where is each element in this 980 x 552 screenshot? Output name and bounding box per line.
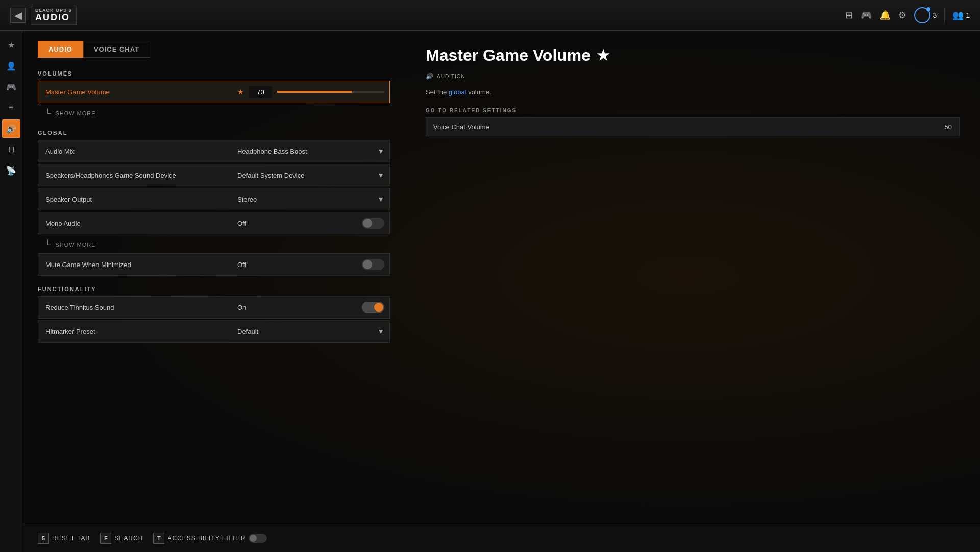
hitmarker-preset-label: Hitmarker Preset bbox=[38, 323, 232, 341]
accessibility-filter-button[interactable]: T ACCESSIBILITY FILTER bbox=[153, 533, 267, 544]
volumes-show-more[interactable]: └ SHOW MORE bbox=[38, 105, 390, 122]
sidebar-item-interface[interactable]: ≡ bbox=[2, 99, 20, 117]
sidebar-item-network[interactable]: 📡 bbox=[2, 161, 20, 180]
info-tag-label: AUDITION bbox=[437, 74, 465, 79]
logo-section-text: AUDIO bbox=[35, 13, 72, 22]
mono-audio-toggle-knob bbox=[363, 219, 372, 228]
sidebar-item-display[interactable]: 🖥 bbox=[2, 140, 20, 159]
audio-mix-label: Audio Mix bbox=[38, 142, 232, 160]
mute-game-value: Off bbox=[237, 261, 357, 269]
info-title: Master Game Volume ★ bbox=[426, 46, 960, 65]
info-tag-icon: 🔊 bbox=[426, 73, 434, 80]
badge-count: 3 bbox=[933, 11, 937, 19]
tab-audio[interactable]: AUDIO bbox=[38, 41, 83, 58]
related-settings-header: GO TO RELATED SETTINGS bbox=[426, 108, 960, 113]
reset-tab-label: RESET TAB bbox=[52, 535, 90, 542]
reduce-tinnitus-row[interactable]: Reduce Tinnitus Sound On bbox=[38, 296, 390, 319]
sidebar-item-operators[interactable]: 👤 bbox=[2, 57, 20, 75]
header-right: ⊞ 🎮 🔔 ⚙ 3 👥 1 bbox=[845, 7, 970, 23]
speakers-device-value: Default System Device bbox=[237, 172, 372, 179]
global-show-more[interactable]: └ SHOW MORE bbox=[38, 236, 390, 253]
master-volume-input[interactable] bbox=[249, 86, 272, 98]
hitmarker-preset-row[interactable]: Hitmarker Preset Default ▼ bbox=[38, 320, 390, 343]
sidebar-item-favorites[interactable]: ★ bbox=[2, 36, 20, 54]
tab-voice-chat[interactable]: VOICE CHAT bbox=[83, 41, 150, 58]
gear-icon[interactable]: ⚙ bbox=[898, 10, 906, 21]
mono-audio-row[interactable]: Mono Audio Off bbox=[38, 212, 390, 234]
audio-mix-value-area: Headphone Bass Boost ▼ bbox=[232, 147, 389, 155]
mute-game-toggle[interactable] bbox=[362, 259, 384, 270]
friends-badge[interactable]: 👥 1 bbox=[952, 10, 970, 21]
speaker-output-label: Speaker Output bbox=[38, 190, 232, 208]
accessibility-toggle-pill bbox=[249, 534, 267, 543]
reduce-tinnitus-value: On bbox=[237, 304, 357, 311]
header-left: ◀ BLACK OPS 6 AUDIO bbox=[10, 6, 77, 25]
accessibility-toggle-knob bbox=[250, 535, 257, 542]
search-button[interactable]: F SEARCH bbox=[100, 533, 143, 544]
info-desc-highlight: global bbox=[449, 88, 467, 96]
sidebar-item-audio[interactable]: 🔊 bbox=[2, 119, 20, 138]
master-volume-slider[interactable] bbox=[277, 91, 384, 93]
friends-count: 1 bbox=[966, 11, 970, 19]
accessibility-key: T bbox=[153, 533, 164, 544]
speakers-device-arrow[interactable]: ▼ bbox=[377, 171, 384, 179]
speakers-device-label: Speakers/Headphones Game Sound Device bbox=[38, 166, 232, 184]
audio-mix-row[interactable]: Audio Mix Headphone Bass Boost ▼ bbox=[38, 140, 390, 162]
mono-audio-toggle[interactable] bbox=[362, 218, 384, 229]
hitmarker-preset-value-area: Default ▼ bbox=[232, 327, 389, 335]
speaker-output-value-area: Stereo ▼ bbox=[232, 195, 389, 203]
speakers-device-value-area: Default System Device ▼ bbox=[232, 171, 389, 179]
mute-game-row[interactable]: Mute Game When Minimized Off bbox=[38, 253, 390, 276]
related-voice-chat-volume[interactable]: Voice Chat Volume 50 bbox=[426, 117, 960, 136]
master-game-volume-row[interactable]: Master Game Volume ★ bbox=[38, 81, 390, 103]
related-voice-chat-value: 50 bbox=[945, 123, 952, 131]
volumes-section-header: VOLUMES bbox=[38, 70, 390, 77]
mono-audio-value: Off bbox=[237, 220, 357, 227]
mono-audio-value-area: Off bbox=[232, 218, 389, 229]
mute-game-value-area: Off bbox=[232, 259, 389, 270]
speaker-output-arrow[interactable]: ▼ bbox=[377, 195, 384, 203]
master-volume-slider-fill bbox=[277, 91, 352, 93]
profile-badge[interactable]: 3 bbox=[914, 7, 937, 23]
mute-game-label: Mute Game When Minimized bbox=[38, 256, 232, 274]
reduce-tinnitus-toggle[interactable] bbox=[362, 302, 384, 313]
header: ◀ BLACK OPS 6 AUDIO ⊞ 🎮 🔔 ⚙ 3 👥 1 bbox=[0, 0, 980, 31]
reduce-tinnitus-value-area: On bbox=[232, 302, 389, 313]
content-panel: AUDIO VOICE CHAT VOLUMES Master Game Vol… bbox=[22, 31, 405, 552]
reduce-tinnitus-toggle-knob bbox=[374, 303, 383, 312]
mono-audio-label: Mono Audio bbox=[38, 214, 232, 232]
info-panel: Master Game Volume ★ 🔊 AUDITION Set the … bbox=[405, 31, 980, 552]
controller-icon[interactable]: 🎮 bbox=[861, 10, 872, 21]
tabs: AUDIO VOICE CHAT bbox=[38, 41, 390, 58]
bell-icon[interactable]: 🔔 bbox=[879, 10, 891, 21]
master-volume-label: Master Game Volume bbox=[38, 83, 232, 101]
hitmarker-preset-value: Default bbox=[237, 328, 372, 335]
functionality-section-header: FUNCTIONALITY bbox=[38, 286, 390, 292]
speaker-output-row[interactable]: Speaker Output Stereo ▼ bbox=[38, 188, 390, 210]
info-description: Set the global volume. bbox=[426, 87, 960, 98]
info-tag: 🔊 AUDITION bbox=[426, 73, 960, 80]
back-button[interactable]: ◀ bbox=[10, 8, 26, 23]
hitmarker-preset-arrow[interactable]: ▼ bbox=[377, 327, 384, 335]
logo: BLACK OPS 6 AUDIO bbox=[31, 6, 77, 25]
bottom-bar: 5 RESET TAB F SEARCH T ACCESSIBILITY FIL… bbox=[22, 524, 980, 552]
master-volume-value-area: ★ bbox=[232, 86, 389, 98]
audio-mix-value: Headphone Bass Boost bbox=[237, 148, 372, 155]
search-key: F bbox=[100, 533, 111, 544]
main-content: AUDIO VOICE CHAT VOLUMES Master Game Vol… bbox=[22, 31, 980, 552]
accessibility-label: ACCESSIBILITY FILTER bbox=[167, 535, 246, 542]
global-section-header: GLOBAL bbox=[38, 130, 390, 136]
info-title-star: ★ bbox=[597, 47, 609, 64]
reset-tab-button[interactable]: 5 RESET TAB bbox=[38, 533, 90, 544]
reset-tab-key: 5 bbox=[38, 533, 49, 544]
search-label: SEARCH bbox=[114, 535, 143, 542]
master-volume-star-icon[interactable]: ★ bbox=[237, 88, 244, 96]
sidebar: ★ 👤 🎮 ≡ 🔊 🖥 📡 bbox=[0, 31, 22, 552]
grid-icon[interactable]: ⊞ bbox=[845, 10, 853, 21]
speakers-device-row[interactable]: Speakers/Headphones Game Sound Device De… bbox=[38, 164, 390, 186]
reduce-tinnitus-label: Reduce Tinnitus Sound bbox=[38, 299, 232, 317]
sidebar-item-controller[interactable]: 🎮 bbox=[2, 78, 20, 96]
group-icon: 👥 bbox=[952, 10, 964, 21]
speaker-output-value: Stereo bbox=[237, 196, 372, 203]
audio-mix-dropdown-arrow[interactable]: ▼ bbox=[377, 147, 384, 155]
